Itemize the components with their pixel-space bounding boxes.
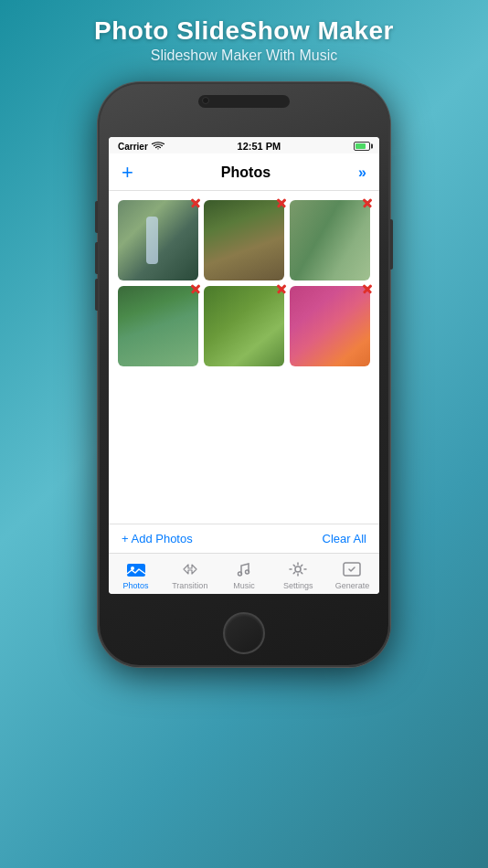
photo-item-4[interactable] (118, 286, 198, 366)
phone-container: Carrier 12:51 PM + Photos » (98, 82, 390, 667)
tab-generate-label: Generate (335, 581, 370, 590)
delete-photo-1-button[interactable] (187, 195, 204, 211)
photo-grid (109, 191, 379, 524)
delete-photo-3-button[interactable] (359, 195, 376, 211)
photo-thumb-3 (290, 200, 370, 281)
delete-photo-4-button[interactable] (187, 281, 204, 297)
phone-camera (202, 97, 209, 104)
photo-item-2[interactable] (204, 200, 284, 281)
photo-item-1[interactable] (118, 200, 198, 281)
tab-photos-label: Photos (123, 581, 149, 590)
carrier-label: Carrier (118, 142, 148, 152)
photo-thumb-4 (118, 286, 198, 366)
app-header: Photo SlideShow Maker Slideshow Maker Wi… (76, 0, 412, 73)
phone-home-button[interactable] (223, 612, 265, 654)
svg-point-4 (295, 566, 301, 572)
phone-speaker (198, 95, 290, 108)
status-time: 12:51 PM (238, 141, 281, 152)
delete-photo-5-button[interactable] (273, 281, 290, 297)
tab-settings-label: Settings (283, 581, 313, 590)
delete-photo-6-button[interactable] (359, 281, 376, 297)
tab-photos[interactable]: Photos (109, 557, 163, 592)
delete-photo-2-button[interactable] (273, 195, 290, 211)
photo-item-6[interactable] (290, 286, 370, 366)
transition-tab-icon (180, 559, 200, 579)
tab-music[interactable]: Music (217, 557, 271, 592)
photo-item-3[interactable] (290, 200, 370, 281)
generate-tab-icon (342, 559, 362, 579)
svg-rect-0 (127, 564, 145, 577)
app-nav: + Photos » (109, 153, 379, 191)
clear-all-button[interactable]: Clear All (323, 532, 366, 545)
photos-tab-icon (126, 559, 146, 579)
photo-thumb-5 (204, 286, 284, 366)
music-tab-icon (234, 559, 254, 579)
photo-item-5[interactable] (204, 286, 284, 366)
app-subtitle: Slideshow Maker With Music (94, 48, 394, 64)
photo-thumb-1 (118, 200, 198, 281)
svg-point-2 (239, 572, 242, 576)
wifi-icon (152, 142, 164, 151)
status-left: Carrier (118, 142, 164, 152)
tab-settings[interactable]: Settings (271, 557, 325, 592)
battery-icon (354, 142, 370, 151)
battery-fill (355, 143, 366, 149)
photo-thumb-6 (290, 286, 370, 366)
phone-screen: Carrier 12:51 PM + Photos » (109, 137, 379, 594)
tab-bar: Photos Transition Musi (109, 553, 379, 594)
tab-transition-label: Transition (172, 581, 207, 590)
settings-tab-icon (288, 559, 308, 579)
tab-transition[interactable]: Transition (163, 557, 217, 592)
nav-forward-button[interactable]: » (358, 164, 366, 181)
svg-point-3 (246, 570, 249, 574)
tab-generate[interactable]: Generate (325, 557, 379, 592)
app-title: Photo SlideShow Maker (94, 16, 394, 46)
tab-music-label: Music (233, 581, 255, 590)
nav-add-button[interactable]: + (122, 161, 133, 185)
status-right (354, 142, 370, 151)
add-photos-button[interactable]: + Add Photos (122, 532, 193, 545)
photo-thumb-2 (204, 200, 284, 281)
action-bar: + Add Photos Clear All (109, 524, 379, 553)
status-bar: Carrier 12:51 PM (109, 137, 379, 153)
nav-title: Photos (221, 164, 271, 181)
